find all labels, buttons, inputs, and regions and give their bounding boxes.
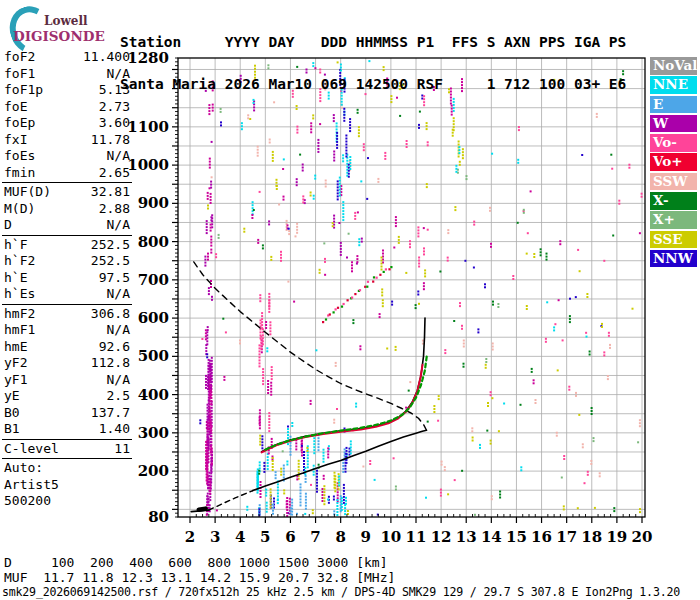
svg-text:300: 300 (138, 424, 169, 442)
param-label: foF1p (4, 82, 43, 99)
doppler-legend: NoValNNEEWVo-Vo+SSWX-X+SSENNW (650, 57, 697, 269)
param-row-fof1: foF1N/A (2, 66, 132, 83)
svg-text:800: 800 (138, 233, 169, 251)
logo-brand-bottom: DIGISONDE (13, 28, 105, 44)
svg-text:500: 500 (138, 347, 169, 365)
svg-text:14: 14 (481, 528, 502, 546)
param-label: hmE (4, 339, 27, 356)
legend-item-nne: NNE (650, 76, 697, 94)
panel-divider (2, 235, 132, 236)
legend-item-noval: NoVal (650, 57, 697, 75)
param-value: 2.73 (99, 99, 130, 116)
param-value: 112.8 (91, 355, 130, 372)
param-value: 1.40 (99, 421, 130, 438)
svg-text:400: 400 (138, 386, 169, 404)
svg-text:16: 16 (531, 528, 552, 546)
param-row-hf2: h`F2252.5 (2, 253, 132, 270)
param-label: B0 (4, 405, 20, 422)
svg-text:13: 13 (456, 528, 477, 546)
param-row-clevel: C-level11 (2, 441, 132, 458)
param-label: yF2 (4, 355, 27, 372)
svg-text:8: 8 (335, 528, 345, 546)
param-row-b1: B11.40 (2, 421, 132, 438)
svg-text:1100: 1100 (127, 118, 169, 136)
autoscaling-line: Auto: (2, 460, 132, 477)
panel-divider (2, 182, 132, 183)
header-values-line: Santa Maria 2026 Mar10 069 142500 RSF 1 … (120, 77, 626, 91)
svg-text:700: 700 (138, 271, 169, 289)
param-row-fmin: fmin2.65 (2, 165, 132, 182)
param-row-hmf1: hmF1N/A (2, 322, 132, 339)
param-value: N/A (107, 322, 130, 339)
param-value: 11.400 (83, 49, 130, 66)
svg-text:200: 200 (138, 462, 169, 480)
param-value: 2.65 (99, 165, 130, 182)
param-label: yF1 (4, 372, 27, 389)
param-value: 2.5 (107, 388, 130, 405)
param-label: hmF1 (4, 322, 35, 339)
header-labels-line: Station YYYY DAY DDD HHMMSS P1 FFS S AXN… (120, 35, 626, 49)
param-value: N/A (107, 66, 130, 83)
param-row-b0: B0137.7 (2, 405, 132, 422)
param-label: h`F2 (4, 253, 35, 270)
param-row-mufd: MUF(D)32.81 (2, 184, 132, 201)
param-value: 2.88 (99, 201, 130, 218)
param-row-ye: yE2.5 (2, 388, 132, 405)
param-value: 97.5 (99, 270, 130, 287)
param-label: hmF2 (4, 306, 35, 323)
curve-x-trace (265, 354, 427, 449)
param-row-fof2: foF211.400 (2, 49, 132, 66)
legend-item-sse: SSE (650, 231, 697, 249)
param-label: foF2 (4, 49, 35, 66)
param-value: 32.81 (91, 184, 130, 201)
param-row-md: M(D)2.88 (2, 201, 132, 218)
param-value: N/A (107, 148, 130, 165)
param-value: 92.6 (99, 339, 130, 356)
autoscaling-text: Artist5 (4, 477, 59, 494)
param-value: N/A (107, 372, 130, 389)
legend-item-w: W (650, 115, 697, 133)
d-row: D 100 200 400 600 800 1000 1500 3000 [km… (4, 556, 395, 571)
legend-item-vo: Vo- (650, 134, 697, 152)
parameter-panel: foF211.400foF1N/AfoF1p5.13foE2.73foEp3.6… (2, 49, 132, 510)
svg-text:80: 80 (148, 508, 169, 526)
param-label: M(D) (4, 201, 35, 218)
autoscaling-line: Artist5 (2, 477, 132, 494)
svg-text:900: 900 (138, 194, 169, 212)
svg-text:20: 20 (632, 528, 653, 546)
param-label: foF1 (4, 66, 35, 83)
param-row-yf2: yF2112.8 (2, 355, 132, 372)
autoscaling-line: 500200 (2, 493, 132, 510)
param-label: yE (4, 388, 20, 405)
legend-item-e: E (650, 96, 697, 114)
svg-text:15: 15 (506, 528, 527, 546)
param-label: h`F (4, 237, 27, 254)
param-value: 252.5 (91, 237, 130, 254)
param-row-fxi: fxI11.78 (2, 132, 132, 149)
legend-item-nnw: NNW (650, 250, 697, 268)
param-label: fmin (4, 165, 35, 182)
svg-text:2: 2 (185, 528, 195, 546)
legend-item-ssw: SSW (650, 173, 697, 191)
param-label: D (4, 217, 12, 234)
param-value: 306.8 (91, 306, 130, 323)
logo-brand-top: Lowell (44, 14, 88, 28)
param-row-d: DN/A (2, 217, 132, 234)
param-label: foEp (4, 115, 35, 132)
legend-item-x: X+ (650, 211, 697, 229)
svg-text:600: 600 (138, 309, 169, 327)
svg-text:12: 12 (431, 528, 452, 546)
param-label: fxI (4, 132, 27, 149)
param-label: h`E (4, 270, 27, 287)
param-row-hf: h`F252.5 (2, 237, 132, 254)
footer-status: smk29_2026069142500.rsf / 720fx512h 25 k… (2, 585, 680, 599)
param-row-foe: foE2.73 (2, 99, 132, 116)
svg-text:17: 17 (556, 528, 577, 546)
panel-divider (2, 304, 132, 305)
ionogram-screen: { "logo": { "brand_top": "Lowell", "bran… (0, 0, 700, 600)
param-value: N/A (107, 217, 130, 234)
param-row-fof1p: foF1p5.13 (2, 82, 132, 99)
param-row-hes: h`EsN/A (2, 286, 132, 303)
svg-text:5: 5 (260, 528, 270, 546)
svg-text:7: 7 (310, 528, 320, 546)
